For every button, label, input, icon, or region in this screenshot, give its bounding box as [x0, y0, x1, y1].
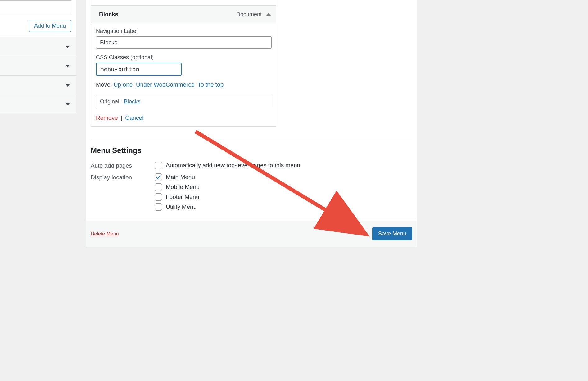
- remove-link[interactable]: Remove: [96, 114, 118, 121]
- checkbox-unchecked[interactable]: [155, 203, 162, 211]
- display-location-option[interactable]: Footer Menu: [155, 193, 200, 201]
- display-location-label: Display location: [91, 173, 155, 181]
- nav-label-label: Navigation Label: [96, 28, 271, 34]
- sidebar-accordion-item[interactable]: [0, 75, 76, 95]
- original-link[interactable]: Blocks: [124, 98, 140, 105]
- save-menu-button[interactable]: Save Menu: [372, 227, 412, 240]
- move-label: Move: [96, 81, 110, 88]
- separator: |: [120, 114, 124, 121]
- css-classes-input[interactable]: [96, 63, 182, 76]
- display-location-option[interactable]: Utility Menu: [155, 203, 200, 211]
- display-location-option[interactable]: Mobile Menu: [155, 183, 200, 191]
- auto-add-pages-text: Automatically add new top-level pages to…: [166, 162, 300, 169]
- nav-label-input[interactable]: [96, 36, 272, 49]
- caret-down-icon: [66, 65, 70, 67]
- move-under-link[interactable]: Under WooCommerce: [136, 81, 195, 88]
- caret-down-icon: [66, 84, 70, 87]
- move-top-link[interactable]: To the top: [198, 81, 224, 88]
- checkbox-unchecked[interactable]: [155, 193, 162, 201]
- caret-down-icon: [66, 103, 70, 105]
- sidebar-accordion-item[interactable]: [0, 95, 76, 114]
- checkbox-unchecked[interactable]: [155, 183, 162, 191]
- menu-settings-heading: Menu Settings: [91, 146, 412, 155]
- collapse-up-icon: [266, 13, 271, 16]
- caret-down-icon: [66, 46, 70, 48]
- auto-add-pages-label: Auto add pages: [91, 162, 155, 169]
- display-location-text: Main Menu: [166, 174, 195, 181]
- auto-add-pages-option[interactable]: Automatically add new top-level pages to…: [155, 162, 300, 169]
- display-location-text: Mobile Menu: [166, 184, 200, 191]
- display-location-option[interactable]: Main Menu: [155, 173, 200, 181]
- menu-item-type-label: Document: [236, 11, 262, 18]
- sidebar-content-box: [0, 0, 71, 14]
- sidebar-accordion-item[interactable]: [0, 37, 76, 56]
- display-location-text: Utility Menu: [166, 204, 197, 210]
- menu-structure-panel: Blocks Document Navigation Label CSS Cla…: [86, 0, 417, 247]
- prev-menu-item-fragment: [91, 0, 276, 6]
- sidebar-accordion-item[interactable]: [0, 56, 76, 75]
- add-to-menu-button[interactable]: Add to Menu: [29, 20, 71, 32]
- display-location-text: Footer Menu: [166, 194, 199, 200]
- menu-item-header[interactable]: Blocks Document: [91, 6, 276, 23]
- delete-menu-link[interactable]: Delete Menu: [91, 231, 119, 237]
- original-label: Original:: [100, 98, 121, 105]
- checkbox-unchecked[interactable]: [155, 162, 162, 169]
- original-box: Original: Blocks: [96, 95, 271, 108]
- css-classes-label: CSS Classes (optional): [96, 54, 271, 61]
- menu-item-card: Blocks Document Navigation Label CSS Cla…: [91, 6, 276, 127]
- sidebar-accordion-panel: Add to Menu: [0, 0, 76, 114]
- cancel-link[interactable]: Cancel: [125, 114, 143, 121]
- checkbox-checked[interactable]: [155, 173, 162, 181]
- panel-footer: Delete Menu Save Menu: [86, 221, 417, 247]
- menu-item-title: Blocks: [99, 11, 118, 18]
- move-up-link[interactable]: Up one: [114, 81, 133, 88]
